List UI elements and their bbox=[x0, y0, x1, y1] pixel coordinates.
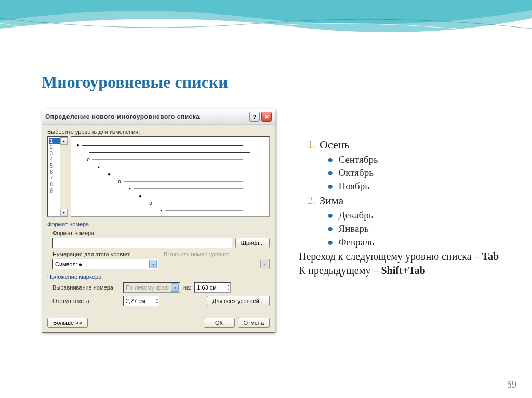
list-preview: ● o ▪ ● o ▪ ● o ▪ bbox=[71, 136, 270, 217]
bullet-icon: ● bbox=[327, 180, 333, 193]
sublist-text: Февраль bbox=[338, 236, 374, 249]
indent-label: Отступ текста: bbox=[52, 298, 120, 304]
dialog-titlebar: Определение нового многоуровневого списк… bbox=[42, 109, 275, 125]
format-number-label: Формат номера: bbox=[52, 230, 270, 236]
bullet-icon: ● bbox=[327, 223, 333, 236]
ok-button[interactable]: ОК bbox=[204, 318, 235, 328]
at-spinner[interactable]: 1,63 см ▴▾ bbox=[194, 282, 231, 293]
alignment-value: По левому краю bbox=[126, 284, 169, 291]
sublist-text: Ноябрь bbox=[338, 180, 369, 193]
chevron-down-icon: ▾ bbox=[171, 283, 179, 292]
close-button[interactable]: ✕ bbox=[261, 112, 272, 122]
font-button[interactable]: Шрифт... bbox=[235, 238, 270, 248]
sublist-text: Сентябрь bbox=[338, 154, 378, 167]
scrollbar[interactable]: ▴ ▾ bbox=[60, 137, 68, 216]
level-listbox[interactable]: 1 2 3 4 5 6 7 8 9 ▴ ▾ bbox=[47, 136, 68, 217]
cancel-button[interactable]: Отмена bbox=[238, 318, 270, 328]
sublist-text: Октябрь bbox=[338, 167, 373, 180]
decorative-wave bbox=[0, 0, 532, 62]
list-number: 1. bbox=[299, 138, 320, 153]
sublist-item: ●Январь bbox=[327, 223, 517, 236]
position-section-label: Положение маркера bbox=[47, 273, 270, 280]
page-number: 59 bbox=[507, 379, 516, 390]
indent-spinner[interactable]: 2,27 см ▴▾ bbox=[123, 296, 159, 306]
list-text: Осень bbox=[320, 138, 350, 153]
at-value: 1,63 см bbox=[197, 284, 217, 291]
numbering-value: Символ: ● bbox=[55, 261, 82, 267]
alignment-label: Выравнивание номера: bbox=[52, 284, 120, 291]
sublist-item: ●Сентябрь bbox=[327, 154, 517, 167]
sublist-item: ●Декабрь bbox=[327, 209, 517, 222]
indent-value: 2,27 см bbox=[126, 298, 145, 304]
alignment-select[interactable]: По левому краю ▾ bbox=[123, 282, 180, 293]
scroll-up-button[interactable]: ▴ bbox=[60, 137, 68, 145]
level-select-label: Выберите уровень для изменения: bbox=[47, 129, 270, 135]
bullet-icon: ● bbox=[327, 167, 333, 180]
bullet-icon: ● bbox=[327, 154, 333, 167]
more-button[interactable]: Больше >> bbox=[47, 318, 88, 328]
dialog-title: Определение нового многоуровневого списк… bbox=[45, 113, 200, 120]
sublist-item: ●Февраль bbox=[327, 236, 517, 249]
include-level-select: ▾ bbox=[164, 259, 270, 269]
chevron-down-icon: ▾ bbox=[260, 260, 268, 268]
sublist-text: Январь bbox=[338, 223, 368, 236]
list-item: 1. Осень bbox=[299, 138, 517, 153]
sublist-item: ●Ноябрь bbox=[327, 180, 517, 193]
include-level-label: Включить номер уровня: bbox=[164, 251, 270, 257]
format-section-label: Формат номера bbox=[47, 221, 270, 227]
all-levels-button[interactable]: Для всех уровней... bbox=[207, 296, 270, 306]
scroll-down-button[interactable]: ▾ bbox=[60, 209, 68, 216]
at-label: на: bbox=[183, 284, 191, 291]
multilevel-list-dialog: Определение нового многоуровневого списк… bbox=[42, 109, 275, 333]
list-text: Зима bbox=[320, 194, 343, 209]
sublist-text: Декабрь bbox=[338, 209, 373, 222]
help-button[interactable]: ? bbox=[249, 112, 260, 122]
list-item: 2. Зима bbox=[299, 194, 517, 209]
bullet-icon: ● bbox=[327, 209, 333, 222]
numbering-select[interactable]: Символ: ● ▾ bbox=[52, 259, 158, 269]
note-text: К предыдущему – Shift+Tab bbox=[299, 265, 517, 277]
chevron-down-icon: ▾ bbox=[149, 260, 157, 268]
example-list-panel: 1. Осень ●Сентябрь ●Октябрь ●Ноябрь 2. З… bbox=[299, 138, 517, 277]
format-number-input[interactable] bbox=[52, 238, 232, 248]
bullet-icon: ● bbox=[327, 236, 333, 249]
note-text: Переход к следующему уровню списка – Tab bbox=[299, 251, 517, 263]
slide-title: Многоуровневые списки bbox=[42, 73, 228, 92]
sublist-item: ●Октябрь bbox=[327, 167, 517, 180]
numbering-label: Нумерация для этого уровня: bbox=[52, 251, 158, 257]
list-number: 2. bbox=[299, 194, 320, 209]
